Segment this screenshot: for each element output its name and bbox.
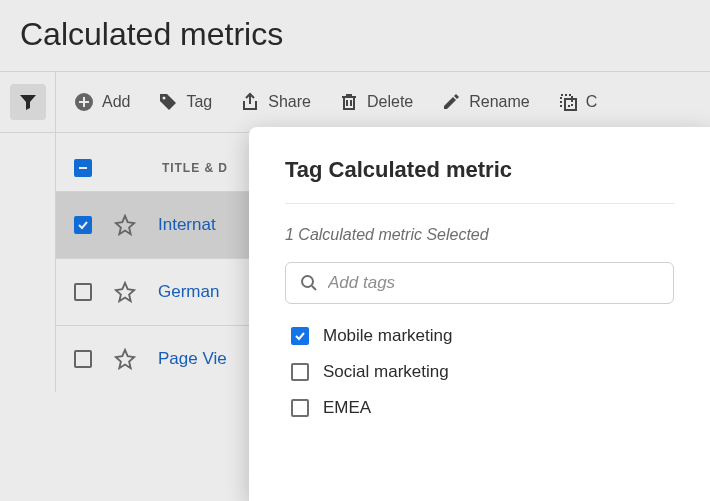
tag-label: EMEA bbox=[323, 398, 371, 418]
row-checkbox[interactable] bbox=[74, 216, 92, 234]
copy-label: C bbox=[586, 93, 598, 111]
tag-checkbox[interactable] bbox=[291, 399, 309, 417]
copy-button[interactable]: C bbox=[558, 92, 598, 112]
row-title-link[interactable]: German bbox=[158, 282, 219, 302]
tag-option[interactable]: Mobile marketing bbox=[291, 326, 674, 346]
toolbar-actions: Add Tag Share Delete Rename C bbox=[56, 72, 710, 132]
svg-line-6 bbox=[312, 286, 316, 290]
row-checkbox[interactable] bbox=[74, 283, 92, 301]
filter-button[interactable] bbox=[10, 84, 46, 120]
column-title[interactable]: Title & D bbox=[162, 161, 228, 175]
star-icon[interactable] bbox=[114, 348, 136, 370]
trash-icon bbox=[339, 92, 359, 112]
svg-point-1 bbox=[163, 97, 166, 100]
rename-button[interactable]: Rename bbox=[441, 92, 529, 112]
check-icon bbox=[294, 330, 306, 342]
tag-checkbox[interactable] bbox=[291, 363, 309, 381]
tag-search-input[interactable] bbox=[328, 273, 659, 293]
tag-icon bbox=[158, 92, 178, 112]
dialog-subtitle: 1 Calculated metric Selected bbox=[285, 226, 674, 244]
tag-label: Social marketing bbox=[323, 362, 449, 382]
svg-rect-4 bbox=[79, 167, 87, 169]
plus-circle-icon bbox=[74, 92, 94, 112]
search-icon bbox=[300, 274, 318, 292]
tag-label: Tag bbox=[186, 93, 212, 111]
toolbar: Add Tag Share Delete Rename C bbox=[0, 71, 710, 133]
tag-label: Mobile marketing bbox=[323, 326, 452, 346]
share-button[interactable]: Share bbox=[240, 92, 311, 112]
check-icon bbox=[77, 219, 89, 231]
add-label: Add bbox=[102, 93, 130, 111]
svg-rect-3 bbox=[565, 99, 576, 110]
dialog-divider bbox=[285, 203, 674, 204]
indeterminate-icon bbox=[78, 163, 88, 173]
rename-label: Rename bbox=[469, 93, 529, 111]
copy-icon bbox=[558, 92, 578, 112]
tag-dialog: Tag Calculated metric 1 Calculated metri… bbox=[249, 127, 710, 501]
share-label: Share bbox=[268, 93, 311, 111]
pencil-icon bbox=[441, 92, 461, 112]
funnel-icon bbox=[19, 93, 37, 111]
svg-rect-2 bbox=[561, 95, 572, 106]
star-icon[interactable] bbox=[114, 281, 136, 303]
add-button[interactable]: Add bbox=[74, 92, 130, 112]
select-all-checkbox[interactable] bbox=[74, 159, 92, 177]
page-title: Calculated metrics bbox=[0, 0, 710, 71]
row-title-link[interactable]: Internat bbox=[158, 215, 216, 235]
tag-option[interactable]: EMEA bbox=[291, 398, 674, 418]
delete-label: Delete bbox=[367, 93, 413, 111]
tag-checkbox[interactable] bbox=[291, 327, 309, 345]
delete-button[interactable]: Delete bbox=[339, 92, 413, 112]
row-title-link[interactable]: Page Vie bbox=[158, 349, 227, 369]
row-checkbox[interactable] bbox=[74, 350, 92, 368]
filter-cell bbox=[0, 72, 56, 132]
share-icon bbox=[240, 92, 260, 112]
dialog-title: Tag Calculated metric bbox=[285, 157, 674, 183]
svg-point-5 bbox=[302, 276, 313, 287]
tag-option[interactable]: Social marketing bbox=[291, 362, 674, 382]
star-icon[interactable] bbox=[114, 214, 136, 236]
tag-search[interactable] bbox=[285, 262, 674, 304]
tag-list: Mobile marketing Social marketing EMEA bbox=[285, 326, 674, 418]
tag-button[interactable]: Tag bbox=[158, 92, 212, 112]
